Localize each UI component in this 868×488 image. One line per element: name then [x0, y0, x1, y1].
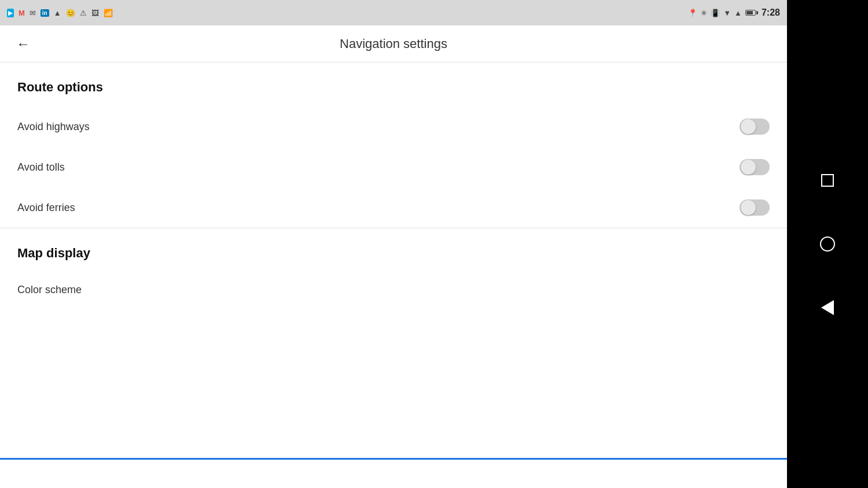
prime-video-icon: ▶: [7, 9, 14, 17]
avoid-ferries-toggle[interactable]: [740, 199, 770, 216]
settings-content: Route options Avoid highways Avoid tolls…: [0, 62, 787, 458]
bottom-tab-1[interactable]: [0, 458, 262, 486]
avoid-highways-toggle[interactable]: [740, 118, 770, 135]
mail-icon: ✉: [30, 9, 36, 17]
toolbar: ← Navigation settings: [0, 25, 787, 62]
status-bar-left: ▶ M ✉ in ▲ 😊 ⚠ 🖼 📶: [7, 9, 113, 17]
avoid-highways-label: Avoid highways: [17, 121, 90, 133]
map-display-title: Map display: [17, 246, 90, 260]
avoid-ferries-toggle-thumb: [741, 200, 756, 215]
page-title: Navigation settings: [340, 36, 447, 51]
cellular-icon: ▲: [734, 9, 742, 17]
back-button[interactable]: ←: [12, 31, 35, 57]
android-triangle-icon: [821, 300, 834, 315]
bottom-tabs[interactable]: [0, 458, 787, 488]
status-bar-right: 📍 ✳ 📳 ▼ ▲ 7:28: [688, 8, 780, 18]
route-options-section-header: Route options: [0, 62, 787, 106]
status-time: 7:28: [762, 8, 780, 18]
status-bar: ▶ M ✉ in ▲ 😊 ⚠ 🖼 📶 📍 ✳ 📳 ▼ ▲ 7:28: [0, 0, 787, 25]
android-home-button[interactable]: [813, 230, 842, 258]
gmail-icon: M: [19, 9, 25, 17]
avoid-highways-toggle-thumb: [741, 119, 756, 134]
battery-icon: [745, 10, 758, 16]
avoid-ferries-label: Avoid ferries: [17, 202, 75, 214]
route-options-title: Route options: [17, 80, 103, 94]
avoid-highways-row[interactable]: Avoid highways: [0, 106, 787, 147]
color-scheme-label: Color scheme: [17, 284, 82, 296]
map-display-section-header: Map display: [0, 228, 787, 272]
android-back-button[interactable]: [813, 293, 842, 322]
avoid-tolls-label: Avoid tolls: [17, 161, 65, 173]
android-square-button[interactable]: [813, 166, 842, 195]
bluetooth-icon: ✳: [701, 9, 707, 17]
android-circle-icon: [820, 236, 835, 252]
vibrate-icon: 📳: [711, 9, 720, 17]
android-square-icon: [821, 174, 834, 187]
linkedin-icon: in: [41, 9, 49, 17]
image-icon: 🖼: [91, 9, 99, 17]
color-scheme-row[interactable]: Color scheme: [0, 272, 787, 308]
signal-strength-icon: ▼: [723, 9, 731, 17]
wifi-icon: 📶: [104, 9, 113, 17]
location-icon: 📍: [688, 9, 697, 17]
warning-icon: ⚠: [80, 9, 87, 17]
avoid-ferries-row[interactable]: Avoid ferries: [0, 187, 787, 228]
main-screen: ▶ M ✉ in ▲ 😊 ⚠ 🖼 📶 📍 ✳ 📳 ▼ ▲ 7:28: [0, 0, 787, 488]
avoid-tolls-row[interactable]: Avoid tolls: [0, 147, 787, 187]
bottom-tab-3[interactable]: [525, 458, 787, 486]
back-arrow-icon: ←: [16, 36, 30, 52]
avoid-tolls-toggle[interactable]: [740, 158, 770, 176]
bottom-tab-2[interactable]: [262, 458, 524, 486]
maps-icon: ▲: [54, 9, 61, 17]
android-nav-bar: [787, 0, 868, 488]
emoji-icon: 😊: [66, 9, 75, 17]
avoid-tolls-toggle-thumb: [741, 160, 756, 175]
